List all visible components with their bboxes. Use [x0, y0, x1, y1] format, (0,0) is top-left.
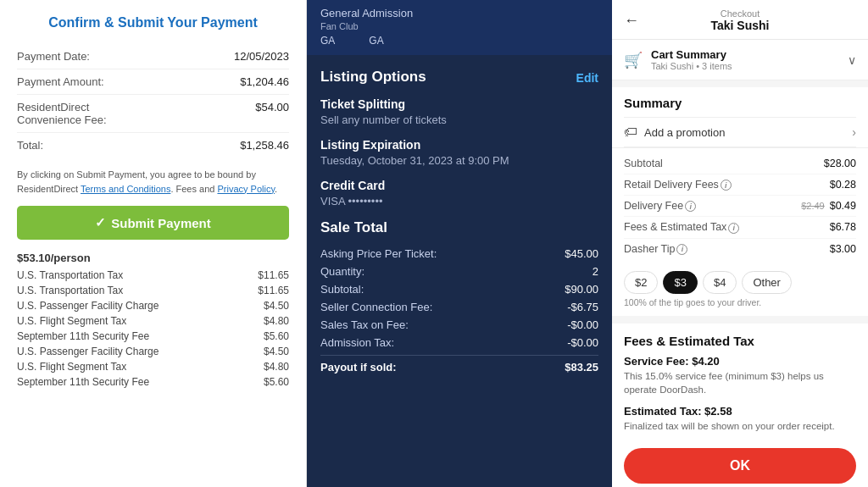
subtotal-row: Subtotal $28.00 [624, 153, 856, 174]
tip-4-button[interactable]: $4 [703, 271, 737, 294]
fees-expanded-title: Fees & Estimated Tax [624, 334, 856, 348]
credit-card-title: Credit Card [320, 179, 598, 192]
tip-2-button[interactable]: $2 [624, 271, 658, 294]
fee-section: $53.10/person U.S. Transportation Tax $1… [17, 252, 289, 390]
per-person-label: $53.10/person [17, 252, 289, 264]
delivery-fee-new: $0.49 [830, 200, 856, 212]
convenience-fee-value: $54.00 [255, 101, 289, 126]
tip-other-button[interactable]: Other [742, 271, 792, 294]
listing-body: Listing Options Edit Ticket Splitting Se… [307, 55, 612, 487]
service-fee-desc: This 15.0% service fee (minimum $3) help… [624, 369, 856, 396]
sale-row: Subtotal: $90.00 [320, 280, 598, 298]
info-icon: i [728, 223, 739, 234]
listing-panel: General Admission Fan Club GA GA Listing… [307, 0, 612, 487]
checkmark-icon: ✓ [95, 215, 106, 230]
fee-row: U.S. Flight Segment Tax $4.80 [17, 359, 289, 374]
listing-options-title: Listing Options [320, 69, 426, 86]
info-icon: i [721, 180, 732, 191]
payment-amount-label: Payment Amount: [17, 75, 104, 88]
checkout-body: 🛒 Cart Summary Taki Sushi • 3 items ∨ Su… [612, 40, 868, 487]
service-fee-label: Service Fee: $4.20 [624, 355, 856, 368]
terms-link[interactable]: Terms and Conditions [81, 184, 170, 194]
payment-amount-value: $1,204.46 [240, 75, 289, 88]
convenience-fee-label: ResidentDirectConvenience Fee: [17, 101, 107, 126]
checkout-header: ← Checkout Taki Sushi [612, 0, 868, 40]
tag1: GA [320, 35, 335, 47]
credit-card-desc: VISA ••••••••• [320, 195, 598, 208]
fee-row: September 11th Security Fee $5.60 [17, 329, 289, 344]
cart-info: Cart Summary Taki Sushi • 3 items [651, 48, 732, 71]
ok-button[interactable]: OK [624, 448, 856, 484]
info-icon: i [685, 201, 696, 212]
payment-date-row: Payment Date: 12/05/2023 [17, 44, 289, 69]
estimated-tax-label: Estimated Tax: $2.58 [624, 405, 856, 418]
promo-row[interactable]: 🏷 Add a promotion › [624, 117, 856, 147]
total-value: $1,258.46 [240, 139, 289, 152]
fee-row: September 11th Security Fee $5.60 [17, 374, 289, 390]
privacy-link[interactable]: Privacy Policy [217, 184, 275, 194]
submit-label: Submit Payment [111, 216, 211, 230]
summary-section: Summary 🏷 Add a promotion › [612, 87, 868, 147]
tag-icon: 🏷 [624, 125, 637, 140]
cart-icon: 🛒 [624, 51, 643, 69]
dasher-tip-row: Dasher Tipi $3.00 [624, 239, 856, 259]
listing-tags: GA GA [320, 35, 598, 47]
submit-payment-button[interactable]: ✓ Submit Payment [17, 206, 289, 240]
ticket-splitting-section: Ticket Splitting Sell any number of tick… [320, 97, 598, 126]
payment-date-value: 12/05/2023 [234, 50, 289, 63]
sale-total-title: Sale Total [320, 219, 598, 236]
fee-row: U.S. Transportation Tax $11.65 [17, 268, 289, 283]
payout-row: Payout if sold: $83.25 [320, 355, 598, 376]
listing-header: General Admission Fan Club GA GA [307, 0, 612, 55]
chevron-down-icon: ∨ [848, 53, 856, 67]
back-icon[interactable]: ← [624, 12, 639, 30]
total-row: Total: $1,258.46 [17, 133, 289, 158]
estimated-tax-desc: Finalized tax will be shown on your orde… [624, 419, 856, 433]
cart-summary-row[interactable]: 🛒 Cart Summary Taki Sushi • 3 items ∨ [612, 40, 868, 80]
retail-delivery-row: Retail Delivery Feesi $0.28 [624, 174, 856, 196]
fees-tax-value: $6.78 [830, 221, 856, 233]
ticket-splitting-title: Ticket Splitting [320, 97, 598, 111]
fee-row: U.S. Transportation Tax $11.65 [17, 283, 289, 298]
sale-row: Quantity: 2 [320, 263, 598, 280]
listing-expiration-desc: Tuesday, October 31, 2023 at 9:00 PM [320, 154, 598, 167]
listing-expiration-section: Listing Expiration Tuesday, October 31, … [320, 138, 598, 167]
dasher-tip-value: $3.00 [830, 243, 856, 255]
fee-row: U.S. Passenger Facility Charge $4.50 [17, 344, 289, 359]
service-fee-item: Service Fee: $4.20 This 15.0% service fe… [624, 355, 856, 396]
edit-link[interactable]: Edit [576, 71, 598, 85]
fee-row: U.S. Flight Segment Tax $4.80 [17, 313, 289, 329]
fee-row: U.S. Passenger Facility Charge $4.50 [17, 298, 289, 313]
tip-3-button[interactable]: $3 [663, 271, 697, 294]
credit-card-section: Credit Card VISA ••••••••• [320, 179, 598, 208]
dasher-tip-label: Dasher Tipi [624, 243, 687, 255]
disclaimer-text: By clicking on Submit Payment, you agree… [17, 168, 289, 196]
convenience-fee-row: ResidentDirectConvenience Fee: $54.00 [17, 95, 289, 133]
payment-amount-row: Payment Amount: $1,204.46 [17, 69, 289, 95]
summary-title: Summary [624, 96, 856, 110]
listing-expiration-title: Listing Expiration [320, 138, 598, 152]
tip-section: $2 $3 $4 Other 100% of the tip goes to y… [612, 264, 868, 316]
delivery-fee-old: $2.49 [801, 201, 825, 211]
subtotal-value: $28.00 [824, 158, 856, 169]
listing-title: General Admission [320, 7, 598, 19]
listing-options-header: Listing Options Edit [320, 69, 598, 87]
sale-row: Admission Tax: -$0.00 [320, 334, 598, 351]
estimated-tax-item: Estimated Tax: $2.58 Finalized tax will … [624, 405, 856, 433]
cart-summary-sub: Taki Sushi • 3 items [651, 61, 732, 71]
delivery-fee-row: Delivery Feei $2.49 $0.49 [624, 196, 856, 217]
chevron-right-icon: › [852, 125, 856, 139]
tip-buttons: $2 $3 $4 Other [624, 271, 856, 294]
retail-delivery-value: $0.28 [830, 179, 856, 191]
cart-summary-label: Cart Summary [651, 48, 732, 61]
payment-panel: Confirm & Submit Your Payment Payment Da… [0, 0, 307, 487]
fee-rows: Subtotal $28.00 Retail Delivery Feesi $0… [612, 147, 868, 264]
sale-row: Seller Connection Fee: -$6.75 [320, 298, 598, 316]
checkout-panel: ← Checkout Taki Sushi 🛒 Cart Summary Tak… [612, 0, 868, 487]
tip-note: 100% of the tip goes to your driver. [624, 297, 856, 311]
promo-left: 🏷 Add a promotion [624, 125, 725, 140]
restaurant-name: Taki Sushi [711, 19, 770, 32]
sale-row: Asking Price Per Ticket: $45.00 [320, 245, 598, 263]
checkout-label: Checkout [711, 8, 770, 19]
listing-subtitle: Fan Club [320, 21, 598, 31]
